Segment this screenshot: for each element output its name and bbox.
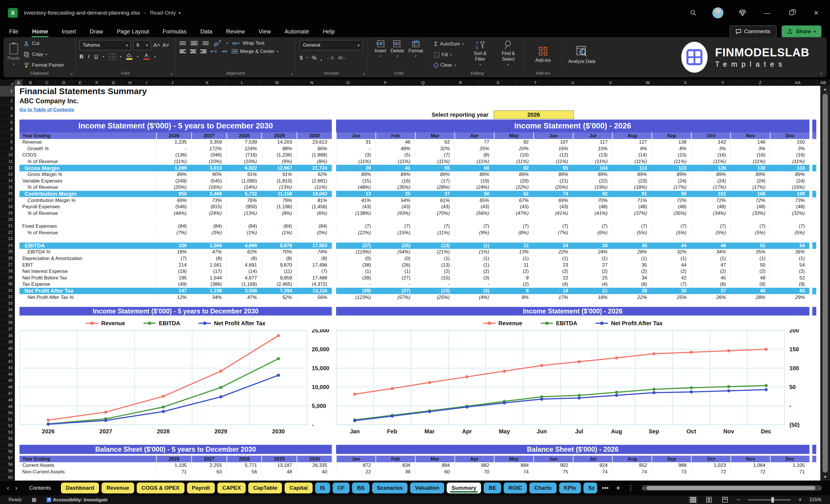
header-cell[interactable]: Dec [770, 456, 809, 462]
menu-tab-view[interactable]: View [258, 27, 272, 36]
row-header-6[interactable]: 6 [0, 126, 15, 132]
header-cell[interactable]: Nov [731, 456, 770, 462]
cell[interactable]: (2) [494, 281, 534, 288]
cell[interactable]: (5) [376, 152, 415, 158]
cell[interactable]: 117 [573, 139, 612, 146]
cell[interactable]: (1) [376, 268, 415, 275]
cell[interactable]: 882 [454, 462, 494, 469]
cell[interactable]: 1,064 [731, 462, 770, 469]
cell[interactable]: (950) [226, 204, 262, 210]
cell[interactable]: (41%) [573, 210, 612, 217]
cell[interactable]: - [336, 281, 376, 288]
find-select-button[interactable]: Find & Select▾ [497, 40, 520, 70]
column-header-E[interactable]: E [72, 80, 89, 86]
copy-button[interactable]: Copy▾ [24, 52, 64, 57]
decrease-decimal-button[interactable]: .00→ [337, 56, 347, 60]
income-chart-annual[interactable]: Income Statement ($'000) - 5 years to De… [20, 307, 332, 437]
dialog-launcher-icon[interactable]: ↘ [362, 70, 365, 77]
cell[interactable]: (13) [573, 152, 612, 158]
cell[interactable]: 3% [731, 146, 770, 152]
column-header-Z[interactable]: Z [742, 80, 779, 86]
row-header-10[interactable]: 10 [0, 152, 15, 158]
row-label[interactable]: Net Profit After Tax [20, 288, 156, 294]
row-label[interactable]: Fixed Expenses [20, 223, 156, 230]
cell[interactable]: (24) [731, 178, 770, 185]
cell[interactable]: (24) [651, 178, 691, 185]
row-header-47[interactable]: 47 [0, 390, 15, 397]
sheet-tab-valuation[interactable]: Valuation [410, 482, 444, 494]
cell[interactable]: (11%) [731, 158, 770, 165]
cell[interactable]: (11%) [296, 184, 332, 191]
cell[interactable]: 82 [573, 191, 612, 197]
cell[interactable]: 7,539 [226, 139, 262, 146]
minimize-button[interactable]: — [761, 7, 773, 19]
cell[interactable]: (49) [156, 281, 191, 288]
cell[interactable]: 1,023 [691, 462, 731, 469]
menu-tab-formulas[interactable]: Formulas [162, 27, 187, 36]
cell[interactable]: 104 [573, 165, 612, 171]
cell[interactable]: 172% [191, 146, 226, 152]
cell[interactable]: 16% [534, 146, 573, 152]
row-label[interactable]: % of Revenue [20, 229, 156, 236]
menu-tab-help[interactable]: Help [322, 27, 335, 36]
row-label[interactable]: Growth % [20, 146, 156, 152]
row-header-49[interactable]: 49 [0, 403, 15, 410]
diamond-icon[interactable] [737, 7, 748, 19]
cell[interactable]: (43) [494, 204, 534, 210]
cell[interactable]: 77 [454, 139, 494, 146]
cell[interactable]: 73% [770, 197, 809, 204]
cell[interactable]: 9,870 [261, 262, 296, 268]
cell[interactable]: 8% [494, 294, 534, 301]
cell[interactable]: (1,090) [226, 178, 262, 185]
cell[interactable]: (15%) [376, 229, 415, 236]
analyze-data-button[interactable]: Analyze Data [568, 59, 595, 64]
row-label[interactable]: Contribution Margin [20, 191, 156, 197]
row-header-2[interactable]: 2 [0, 97, 15, 105]
cell[interactable]: (17%) [651, 184, 691, 191]
cell[interactable]: (43) [415, 204, 454, 210]
cell[interactable]: 41 [376, 165, 415, 171]
scroll-up-icon[interactable]: ▲ [823, 86, 827, 93]
cell[interactable]: (7) [494, 223, 534, 230]
cell[interactable]: 24 [534, 243, 573, 249]
cell[interactable]: 91% [226, 171, 262, 178]
row-header-13[interactable]: 13 [0, 171, 15, 178]
cell[interactable]: (1) [415, 255, 454, 262]
cell[interactable]: (6) [612, 281, 651, 288]
cell[interactable]: 1,099 [156, 165, 191, 171]
vertical-scroll-thumb[interactable] [823, 94, 828, 473]
cell[interactable]: 220 [156, 243, 191, 249]
cell[interactable]: (8) [454, 152, 494, 158]
cell[interactable]: 19,043 [296, 191, 332, 197]
cell[interactable]: (2) [494, 268, 534, 275]
header-cell[interactable]: Year Ending [20, 456, 156, 462]
cell[interactable]: (15) [415, 275, 454, 281]
cell[interactable]: 95 [534, 165, 573, 171]
row-label[interactable]: % of Revenue [20, 158, 156, 165]
cell[interactable]: 20% [494, 146, 534, 152]
cell[interactable]: (16%) [191, 184, 226, 191]
zoom-slider-thumb[interactable] [771, 497, 774, 503]
cell[interactable]: 107 [534, 139, 573, 146]
cell[interactable]: (0) [336, 255, 376, 262]
cell[interactable]: 71 [156, 469, 191, 475]
toc-link[interactable]: Go to Table of Contents [20, 107, 74, 113]
more-sheets-button[interactable]: ••• [600, 484, 611, 492]
cell[interactable]: (28%) [415, 184, 454, 191]
cell[interactable]: (19%) [573, 184, 612, 191]
cell[interactable]: (6%) [296, 210, 332, 217]
cell[interactable]: 17,503 [296, 243, 332, 249]
zoom-in-button[interactable]: + [798, 496, 802, 503]
column-header-R[interactable]: R [442, 80, 479, 86]
cell[interactable]: 142 [691, 139, 731, 146]
sheet-tab-capital[interactable]: Capital [285, 482, 312, 494]
column-header-J[interactable]: J [155, 80, 190, 86]
row-header-15[interactable]: 15 [0, 184, 15, 190]
cell[interactable]: 23 [534, 262, 573, 268]
menu-tab-automate[interactable]: Automate [284, 27, 310, 36]
cell[interactable]: 17,496 [296, 262, 332, 268]
cell[interactable]: (3) [336, 152, 376, 158]
cell[interactable]: (546) [156, 204, 191, 210]
document-title[interactable]: inventory-forecasting-and-demand-plannin… [24, 10, 140, 16]
cell[interactable]: 47% [191, 249, 226, 255]
